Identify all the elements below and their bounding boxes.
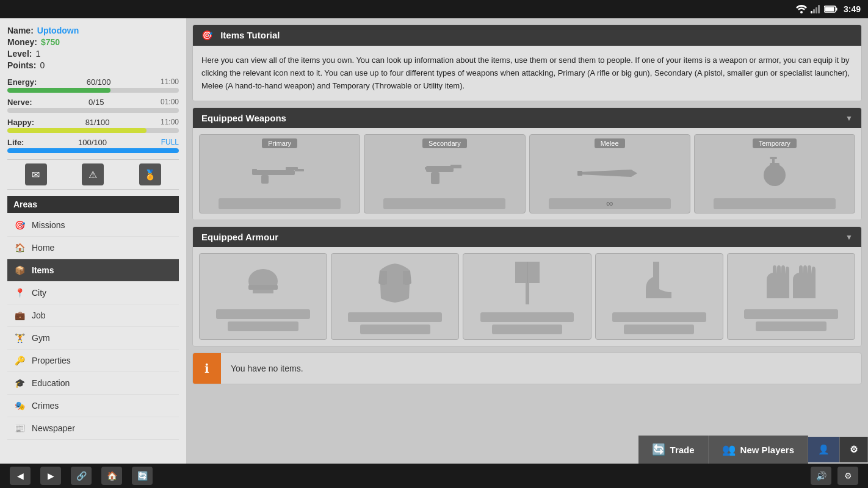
nav-missions[interactable]: 🎯 Missions (7, 214, 179, 237)
nav-city[interactable]: 📍 City (7, 282, 179, 304)
svg-rect-24 (248, 285, 278, 290)
medal-button[interactable]: 🏅 (139, 163, 161, 185)
link-button[interactable]: 🔗 (71, 467, 92, 485)
volume-button[interactable]: 🔊 (811, 467, 831, 485)
svg-rect-1 (811, 11, 812, 13)
armour-grid (193, 247, 861, 346)
name-value: Uptodown (37, 26, 79, 35)
areas-header: Areas (7, 196, 179, 213)
weapons-grid: Primary Second (193, 128, 861, 220)
weapons-dropdown-icon[interactable]: ▼ (845, 114, 853, 123)
energy-bar-fill (7, 88, 110, 93)
svg-rect-22 (770, 157, 777, 159)
infinity-symbol: ∞ (606, 198, 613, 209)
battery-icon (824, 5, 837, 13)
level-label: Level: (7, 49, 32, 59)
life-value: 100/100 (78, 138, 107, 147)
city-icon: 📍 (13, 287, 26, 299)
nav-newspaper[interactable]: 📰 Newspaper (7, 417, 179, 440)
users-icon: 👤 (818, 444, 830, 455)
content-area: 🎯 Items Tutorial Here you can view all o… (186, 18, 868, 464)
money-value: $750 (41, 37, 60, 47)
alert-button[interactable]: ⚠ (82, 163, 104, 185)
nav-crimes[interactable]: 🎭 Crimes (7, 395, 179, 417)
link-icon: 🔗 (76, 471, 87, 481)
volume-icon: 🔊 (816, 471, 826, 481)
refresh-button[interactable]: 🔄 (132, 467, 153, 485)
refresh-icon: 🔄 (137, 471, 148, 481)
nav-gym[interactable]: 🏋 Gym (7, 327, 179, 350)
status-bar: 3:49 (0, 0, 868, 18)
bottom-right-icons: 🔊 ⚙ (811, 467, 858, 485)
armour-dropdown-icon[interactable]: ▼ (845, 233, 853, 242)
level-value: 1 (35, 49, 40, 59)
profile-money-row: Money: $750 (7, 37, 179, 47)
boots-name-bar (612, 312, 706, 322)
helmet-icon (242, 262, 284, 304)
secondary-label: Secondary (422, 138, 467, 148)
mail-button[interactable]: ✉ (25, 163, 47, 185)
energy-time: 11:00 (161, 77, 179, 87)
crimes-label: Crimes (32, 401, 59, 411)
primary-weapon-img (249, 158, 310, 188)
nav-education[interactable]: 🎓 Education (7, 372, 179, 395)
happy-bar-container (7, 128, 179, 133)
life-full: FULL (161, 138, 179, 147)
settings-button[interactable]: ⚙ (840, 437, 868, 462)
equalizer-button[interactable]: ⚙ (837, 467, 858, 485)
life-stat: Life: 100/100 FULL (7, 138, 179, 153)
status-icons: 3:49 (796, 4, 861, 14)
bottom-nav-bar: ◀ ▶ 🔗 🏠 🔄 🔊 ⚙ (0, 464, 868, 488)
job-icon: 💼 (13, 309, 26, 321)
legs-icon (506, 259, 549, 307)
nav-job[interactable]: 💼 Job (7, 304, 179, 327)
nav-properties[interactable]: 🔑 Properties (7, 350, 179, 372)
trade-button[interactable]: 🔄 Trade (638, 436, 709, 464)
svg-rect-7 (836, 8, 837, 11)
life-bar-fill (7, 148, 179, 153)
nerve-bar-container (7, 108, 179, 113)
boots-icon (641, 259, 678, 307)
main-layout: Name: Uptodown Money: $750 Level: 1 Poin… (0, 18, 868, 464)
svg-rect-20 (770, 163, 779, 169)
svg-rect-15 (450, 165, 461, 168)
home-button[interactable]: 🏠 (101, 467, 122, 485)
energy-bar-container (7, 88, 179, 93)
primary-image (203, 152, 356, 195)
svg-rect-4 (818, 5, 820, 13)
weapon-slot-temporary: Temporary (694, 134, 855, 214)
secondary-weapon-img (420, 155, 469, 192)
forward-button[interactable]: ▶ (40, 467, 61, 485)
svg-rect-3 (816, 7, 817, 13)
properties-label: Properties (32, 356, 71, 365)
action-icons-bar: ✉ ⚠ 🏅 (7, 159, 179, 190)
tutorial-header-icon: 🎯 (201, 30, 213, 40)
svg-rect-2 (813, 9, 815, 13)
back-button[interactable]: ◀ (10, 467, 31, 485)
happy-label: Happy: (7, 118, 34, 127)
secondary-image (368, 152, 521, 195)
chest-name-bar2 (360, 325, 430, 334)
temporary-ammo (714, 198, 836, 209)
nerve-value: 0/15 (89, 98, 104, 107)
profile-points-row: Points: 0 (7, 60, 179, 70)
svg-rect-13 (426, 166, 454, 172)
nav-items[interactable]: 📦 Items (7, 259, 179, 282)
nerve-stat: Nerve: 0/15 01:00 (7, 98, 179, 113)
education-label: Education (32, 378, 70, 388)
primary-label: Primary (262, 138, 297, 148)
new-players-button[interactable]: 👥 New Players (709, 436, 808, 464)
money-label: Money: (7, 37, 37, 47)
helmet-name-bar (216, 309, 310, 319)
svg-rect-6 (825, 7, 834, 12)
newspaper-icon: 📰 (13, 422, 26, 434)
users-button[interactable]: 👤 (808, 437, 840, 462)
happy-bar-fill (7, 128, 146, 133)
life-label: Life: (7, 138, 24, 147)
energy-value: 60/100 (87, 77, 111, 87)
armour-title: Equipped Armour (201, 232, 278, 242)
city-label: City (32, 288, 46, 298)
profile-level-row: Level: 1 (7, 49, 179, 59)
energy-label: Energy: (7, 77, 37, 87)
nav-home[interactable]: 🏠 Home (7, 237, 179, 259)
